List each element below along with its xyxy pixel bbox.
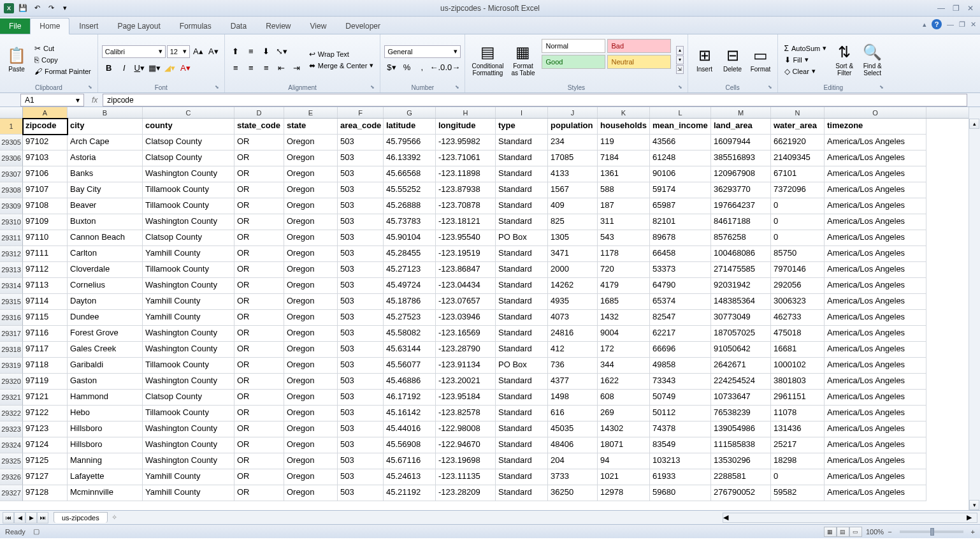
data-cell[interactable]: 503: [338, 182, 384, 198]
data-cell[interactable]: Gales Creek: [68, 342, 143, 358]
data-cell[interactable]: OR: [234, 214, 284, 230]
data-cell[interactable]: 1021: [598, 469, 650, 485]
row-header[interactable]: 29317: [0, 326, 23, 342]
data-cell[interactable]: 45.16142: [384, 406, 436, 421]
data-cell[interactable]: 2642671: [711, 358, 771, 374]
vertical-scrollbar[interactable]: ▴ ▾: [969, 107, 980, 510]
data-cell[interactable]: 503: [338, 406, 384, 421]
data-cell[interactable]: 616: [548, 406, 598, 421]
data-cell[interactable]: -123.28209: [436, 485, 496, 501]
data-cell[interactable]: 2000: [548, 262, 598, 278]
data-cell[interactable]: Standard: [496, 198, 548, 214]
data-cell[interactable]: 475018: [771, 326, 825, 342]
data-cell[interactable]: 45.24613: [384, 469, 436, 485]
row-header[interactable]: 29307: [0, 166, 23, 182]
data-cell[interactable]: OR: [234, 453, 284, 469]
data-cell[interactable]: 97118: [23, 358, 68, 374]
data-cell[interactable]: 67101: [771, 166, 825, 182]
data-cell[interactable]: Oregon: [284, 358, 338, 374]
header-cell[interactable]: state: [284, 119, 338, 135]
data-cell[interactable]: 10733647: [711, 390, 771, 406]
data-cell[interactable]: 8576258: [711, 230, 771, 246]
font-color-button[interactable]: A▾: [178, 61, 192, 75]
clear-button[interactable]: ◇Clear ▾: [782, 66, 830, 77]
row-header[interactable]: 29326: [0, 469, 23, 485]
data-cell[interactable]: 61248: [650, 150, 711, 166]
data-cell[interactable]: 1685: [598, 294, 650, 310]
data-cell[interactable]: 45.27123: [384, 262, 436, 278]
data-cell[interactable]: 91050642: [711, 342, 771, 358]
col-header-I[interactable]: I: [496, 107, 548, 118]
data-cell[interactable]: 4073: [548, 310, 598, 326]
data-cell[interactable]: 1178: [598, 246, 650, 262]
col-header-B[interactable]: B: [68, 107, 143, 118]
data-cell[interactable]: OR: [234, 278, 284, 294]
paste-button[interactable]: 📋Paste: [4, 36, 29, 83]
data-cell[interactable]: Oregon: [284, 294, 338, 310]
data-cell[interactable]: Garibaldi: [68, 358, 143, 374]
header-cell[interactable]: zipcode: [23, 119, 68, 135]
col-header-L[interactable]: L: [650, 107, 711, 118]
data-cell[interactable]: 97121: [23, 390, 68, 406]
data-cell[interactable]: 36250: [548, 485, 598, 501]
data-cell[interactable]: -123.20021: [436, 374, 496, 390]
col-header-E[interactable]: E: [284, 107, 338, 118]
comma-button[interactable]: ,: [415, 61, 429, 75]
data-cell[interactable]: 187: [598, 198, 650, 214]
data-cell[interactable]: America/Los Angeles: [825, 421, 926, 437]
data-cell[interactable]: America/Los Angeles: [825, 485, 926, 501]
data-cell[interactable]: Dundee: [68, 310, 143, 326]
data-cell[interactable]: 53373: [650, 262, 711, 278]
data-cell[interactable]: 3733: [548, 469, 598, 485]
row-header[interactable]: 29311: [0, 230, 23, 246]
data-cell[interactable]: OR: [234, 469, 284, 485]
data-cell[interactable]: 97114: [23, 294, 68, 310]
data-cell[interactable]: 18298: [771, 453, 825, 469]
cut-button[interactable]: ✂Cut: [32, 43, 94, 54]
decrease-decimal-button[interactable]: .0→: [445, 61, 459, 75]
data-cell[interactable]: 503: [338, 485, 384, 501]
data-cell[interactable]: 100468086: [711, 246, 771, 262]
data-cell[interactable]: Tillamook County: [143, 262, 234, 278]
select-all-corner[interactable]: [0, 107, 23, 119]
fill-button[interactable]: ⬇Fill ▾: [782, 55, 830, 65]
data-cell[interactable]: 97112: [23, 262, 68, 278]
data-cell[interactable]: 97107: [23, 182, 68, 198]
sheet-next-icon[interactable]: ▶: [25, 512, 37, 524]
header-cell[interactable]: state_code: [234, 119, 284, 135]
data-cell[interactable]: 48406: [548, 437, 598, 453]
data-cell[interactable]: 503: [338, 214, 384, 230]
data-cell[interactable]: 45.90104: [384, 230, 436, 246]
row-header[interactable]: 29325: [0, 453, 23, 469]
data-cell[interactable]: 45.27523: [384, 310, 436, 326]
find-select-button[interactable]: 🔍Find & Select: [860, 36, 885, 83]
data-cell[interactable]: 46.17192: [384, 390, 436, 406]
data-cell[interactable]: Standard: [496, 342, 548, 358]
align-bottom-button[interactable]: ⬇: [259, 45, 273, 59]
data-cell[interactable]: -123.95184: [436, 390, 496, 406]
data-cell[interactable]: 45.73783: [384, 214, 436, 230]
autosum-button[interactable]: ΣAutoSum ▾: [782, 43, 830, 54]
data-cell[interactable]: 14302: [598, 421, 650, 437]
data-cell[interactable]: 503: [338, 310, 384, 326]
data-cell[interactable]: 503: [338, 294, 384, 310]
data-cell[interactable]: Yamhill County: [143, 310, 234, 326]
data-cell[interactable]: 503: [338, 374, 384, 390]
data-cell[interactable]: OR: [234, 421, 284, 437]
row-header[interactable]: 29324: [0, 437, 23, 453]
data-cell[interactable]: OR: [234, 437, 284, 453]
data-cell[interactable]: Standard: [496, 469, 548, 485]
data-cell[interactable]: America/Los Angeles: [825, 150, 926, 166]
data-cell[interactable]: Oregon: [284, 262, 338, 278]
data-cell[interactable]: Clatsop County: [143, 135, 234, 150]
data-cell[interactable]: 25217: [771, 437, 825, 453]
increase-decimal-button[interactable]: ←.0: [430, 61, 444, 75]
data-cell[interactable]: 503: [338, 437, 384, 453]
data-cell[interactable]: Oregon: [284, 390, 338, 406]
data-cell[interactable]: 503: [338, 342, 384, 358]
font-size-select[interactable]: 12▾: [167, 45, 190, 58]
data-cell[interactable]: 503: [338, 230, 384, 246]
merge-center-button[interactable]: ⬌Merge & Center ▾: [306, 61, 377, 71]
data-cell[interactable]: -123.04434: [436, 278, 496, 294]
data-cell[interactable]: Lafayette: [68, 469, 143, 485]
